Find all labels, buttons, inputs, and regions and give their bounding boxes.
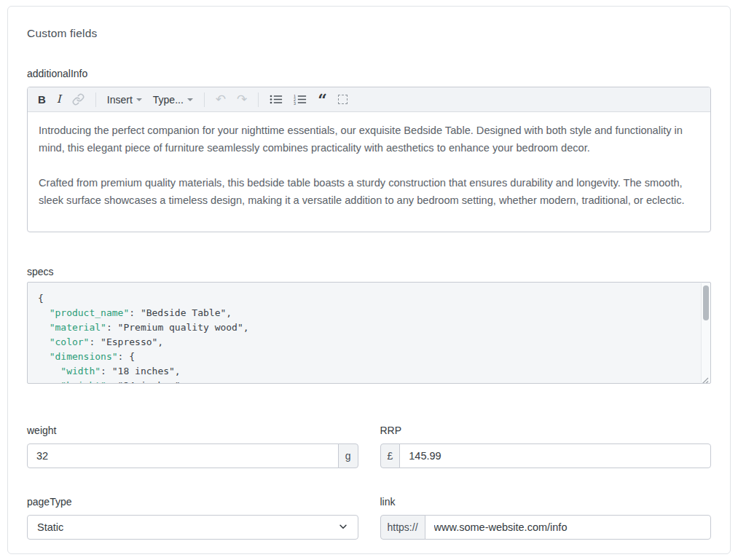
redo-button[interactable]: ↷: [237, 93, 247, 106]
chevron-down-icon: [187, 98, 193, 101]
link-button[interactable]: [72, 93, 85, 106]
link-icon: [72, 93, 85, 106]
weight-label: weight: [27, 425, 358, 436]
undo-button[interactable]: ↶: [216, 93, 226, 106]
field-specs: specs { "product_name": "Bedside Table",…: [27, 266, 711, 384]
blockquote-icon: “: [318, 96, 327, 103]
link-input[interactable]: [425, 515, 711, 540]
code-line: "height": "24 inches",: [38, 379, 700, 384]
code-line: "material": "Premium quality wood",: [38, 320, 700, 335]
weight-unit-addon: g: [338, 443, 358, 468]
field-link: link https://: [380, 496, 712, 540]
weight-input[interactable]: [27, 443, 339, 468]
code-line: "dimensions": {: [38, 350, 700, 364]
field-rrp: RRP £: [380, 425, 712, 468]
scrollbar-track[interactable]: [701, 283, 710, 382]
code-line: "color": "Espresso",: [38, 335, 700, 350]
type-dropdown[interactable]: Type...: [153, 95, 193, 105]
custom-fields-card: Custom fields additionalInfo B I Inse: [7, 6, 731, 554]
resize-grip-icon[interactable]: [702, 374, 709, 382]
italic-button[interactable]: I: [57, 94, 61, 105]
field-page-type: pageType Static: [27, 496, 358, 540]
rrp-input[interactable]: [399, 443, 711, 468]
toolbar-separator: [204, 92, 205, 107]
dashed-square-icon: [338, 95, 348, 104]
numbered-list-button[interactable]: 1 2 3: [294, 94, 307, 105]
numbered-list-icon: 1 2 3: [294, 94, 307, 105]
insert-dropdown[interactable]: Insert: [107, 95, 142, 105]
field-weight: weight g: [27, 425, 358, 468]
blockquote-button[interactable]: “: [318, 95, 327, 104]
specs-code: { "product_name": "Bedside Table", "mate…: [28, 283, 710, 384]
bullet-list-button[interactable]: [270, 94, 283, 105]
rrp-label: RRP: [380, 425, 712, 436]
page-type-label: pageType: [27, 496, 358, 508]
insert-block-button[interactable]: [338, 95, 348, 104]
link-label: link: [380, 496, 712, 508]
undo-icon: ↶: [216, 93, 226, 106]
additional-info-label: additionalInfo: [27, 68, 711, 79]
chevron-down-icon: [338, 521, 348, 534]
page-title: Custom fields: [27, 27, 711, 40]
currency-addon: £: [380, 443, 401, 468]
specs-textarea[interactable]: { "product_name": "Bedside Table", "mate…: [27, 282, 711, 384]
code-line: "width": "18 inches",: [38, 364, 700, 379]
scrollbar-thumb[interactable]: [703, 285, 709, 320]
specs-label: specs: [27, 266, 711, 277]
rich-text-editor: B I Insert Type...: [27, 87, 711, 232]
rte-content[interactable]: Introducing the perfect companion for yo…: [28, 112, 710, 232]
field-additional-info: additionalInfo B I Insert: [27, 68, 711, 232]
toolbar-separator: [95, 92, 96, 107]
insert-dropdown-label: Insert: [107, 95, 133, 105]
bullet-list-icon: [270, 94, 283, 105]
type-dropdown-label: Type...: [153, 95, 184, 105]
bold-button[interactable]: B: [38, 94, 46, 105]
page-type-select[interactable]: Static: [27, 515, 358, 540]
rte-paragraph: Crafted from premium quality materials, …: [39, 174, 699, 209]
rte-paragraph: Introducing the perfect companion for yo…: [39, 122, 699, 157]
svg-text:3: 3: [294, 101, 296, 105]
code-line: {: [38, 291, 700, 306]
toolbar-separator: [258, 92, 259, 107]
rte-toolbar: B I Insert Type...: [28, 87, 710, 112]
code-line: "product_name": "Bedside Table",: [38, 306, 700, 320]
redo-icon: ↷: [237, 93, 247, 106]
page-type-selected-value: Static: [37, 521, 63, 533]
chevron-down-icon: [136, 98, 142, 101]
protocol-addon: https://: [380, 515, 425, 540]
